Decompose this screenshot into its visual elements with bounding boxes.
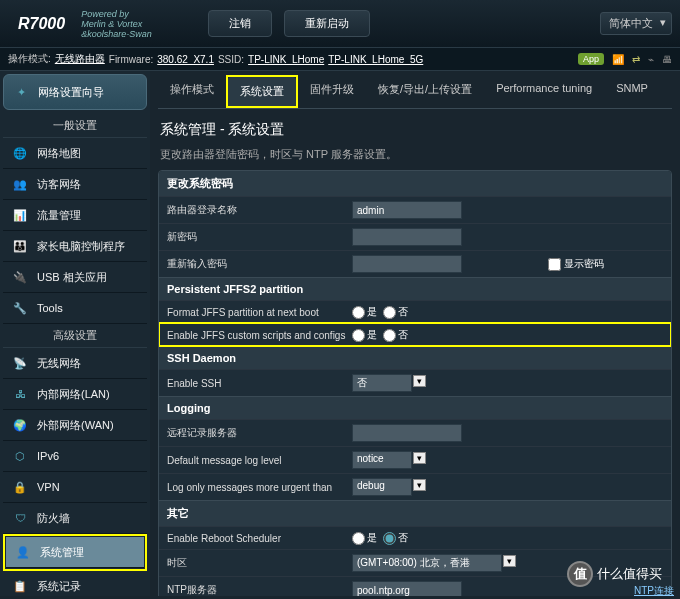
tools-icon: 🔧 (11, 299, 29, 317)
reboot-yes[interactable]: 是 (352, 531, 377, 545)
jffs-enable-no[interactable]: 否 (383, 328, 408, 342)
sidebar-item-label: 防火墙 (37, 511, 70, 526)
newpassword-input[interactable] (352, 228, 462, 246)
sidebar-item-vpn[interactable]: 🔒VPN (3, 472, 147, 503)
sidebar-item-label: VPN (37, 481, 60, 493)
sidebar-item-label: 系统记录 (37, 579, 81, 594)
showpw-checkbox[interactable]: 显示密码 (548, 257, 604, 271)
sidebar-item-label: Tools (37, 302, 63, 314)
log-urgent-label: Log only messages more urgent than (167, 482, 352, 493)
jffs-enable-yes[interactable]: 是 (352, 328, 377, 342)
wifi-icon[interactable]: 📶 (612, 54, 624, 65)
signal-icon[interactable]: ⇄ (632, 54, 640, 65)
retype-label: 重新输入密码 (167, 257, 352, 271)
sidebar-item-label: 流量管理 (37, 208, 81, 223)
sidebar-item-label: 网络地图 (37, 146, 81, 161)
tab-firmware[interactable]: 固件升级 (298, 75, 366, 108)
ntp-input[interactable] (352, 581, 462, 596)
sidebar-item-lan[interactable]: 🖧内部网络(LAN) (3, 379, 147, 410)
fw-value[interactable]: 380.62_X7.1 (157, 54, 214, 65)
showpw-label: 显示密码 (564, 257, 604, 271)
reboot-no[interactable]: 否 (383, 531, 408, 545)
sidebar-highlight: 👤系统管理 (3, 534, 147, 571)
sidebar-wizard[interactable]: ✦ 网络设置向导 (3, 74, 147, 110)
sidebar-item-admin[interactable]: 👤系统管理 (6, 537, 144, 568)
mode-value[interactable]: 无线路由器 (55, 52, 105, 66)
log-remote-input[interactable] (352, 424, 462, 442)
settings-panel: 更改系统密码 路由器登录名称 新密码 重新输入密码 显示密码 Persisten… (158, 170, 672, 596)
app-badge[interactable]: App (578, 53, 604, 65)
sidebar-section-advanced: 高级设置 (3, 324, 147, 348)
sidebar-item-label: USB 相关应用 (37, 270, 107, 285)
page-title: 系统管理 - 系统设置 (158, 117, 672, 147)
row-username: 路由器登录名称 (159, 196, 671, 223)
sidebar-item-wireless[interactable]: 📡无线网络 (3, 348, 147, 379)
ssh-select[interactable]: 否 (352, 374, 412, 392)
tabs: 操作模式 系统设置 固件升级 恢复/导出/上传设置 Performance tu… (158, 75, 672, 109)
sidebar-item-ipv6[interactable]: ⬡IPv6 (3, 441, 147, 472)
sidebar-item-firewall[interactable]: 🛡防火墙 (3, 503, 147, 534)
usb-app-icon: 🔌 (11, 268, 29, 286)
sidebar-item-label: 访客网络 (37, 177, 81, 192)
header-bar: R7000 Powered by Merlin & Vortex &koolsh… (0, 0, 680, 48)
group-password-header: 更改系统密码 (159, 171, 671, 196)
reboot-button[interactable]: 重新启动 (284, 10, 370, 37)
ssid-2[interactable]: TP-LINK_LHome_5G (328, 54, 423, 65)
sidebar-item-guest[interactable]: 👥访客网络 (3, 169, 147, 200)
jffs-format-yes[interactable]: 是 (352, 305, 377, 319)
tab-opmode[interactable]: 操作模式 (158, 75, 226, 108)
sidebar-item-label: 外部网络(WAN) (37, 418, 114, 433)
ntp-link[interactable]: NTP连接 (634, 584, 674, 598)
group-other-header: 其它 (159, 500, 671, 526)
printer-icon[interactable]: 🖶 (662, 54, 672, 65)
tab-snmp[interactable]: SNMP (604, 75, 660, 108)
powered-by: Powered by Merlin & Vortex &koolshare-Sw… (81, 9, 152, 39)
tab-perf[interactable]: Performance tuning (484, 75, 604, 108)
timezone-label: 时区 (167, 556, 352, 570)
vpn-icon: 🔒 (11, 478, 29, 496)
info-bar: 操作模式: 无线路由器 Firmware: 380.62_X7.1 SSID: … (0, 48, 680, 71)
sidebar-section-general: 一般设置 (3, 114, 147, 138)
tab-highlight: 系统设置 (226, 75, 298, 108)
group-ssh-header: SSH Daemon (159, 346, 671, 369)
parental-icon: 👪 (11, 237, 29, 255)
sidebar-item-parental[interactable]: 👪家长电脑控制程序 (3, 231, 147, 262)
log-remote-label: 远程记录服务器 (167, 426, 352, 440)
sidebar-item-usb[interactable]: 🔌USB 相关应用 (3, 262, 147, 293)
reboot-label: Enable Reboot Scheduler (167, 533, 352, 544)
map-icon: 🌐 (11, 144, 29, 162)
log-icon: 📋 (11, 577, 29, 595)
timezone-select[interactable]: (GMT+08:00) 北京，香港 (352, 554, 502, 572)
username-input[interactable] (352, 201, 462, 219)
ssid-1[interactable]: TP-LINK_LHome (248, 54, 324, 65)
sidebar-wizard-label: 网络设置向导 (38, 85, 104, 100)
traffic-icon: 📊 (11, 206, 29, 224)
group-log-header: Logging (159, 396, 671, 419)
fw-label: Firmware: (109, 54, 153, 65)
tab-system[interactable]: 系统设置 (228, 77, 296, 106)
row-newpassword: 新密码 (159, 223, 671, 250)
logout-button[interactable]: 注销 (208, 10, 272, 37)
mode-label: 操作模式: (8, 52, 51, 66)
ssid-label: SSID: (218, 54, 244, 65)
sidebar-item-wan[interactable]: 🌍外部网络(WAN) (3, 410, 147, 441)
page-desc: 更改路由器登陆密码，时区与 NTP 服务器设置。 (158, 147, 672, 170)
usb-icon[interactable]: ⌁ (648, 54, 654, 65)
row-log-remote: 远程记录服务器 (159, 419, 671, 446)
lan-icon: 🖧 (11, 385, 29, 403)
log-level-select[interactable]: notice (352, 451, 412, 469)
group-jffs-header: Persistent JFFS2 partition (159, 277, 671, 300)
sidebar-item-syslog[interactable]: 📋系统记录 (3, 571, 147, 599)
row-reboot-scheduler: Enable Reboot Scheduler 是 否 (159, 526, 671, 549)
tab-restore[interactable]: 恢复/导出/上传设置 (366, 75, 484, 108)
sidebar-item-tools[interactable]: 🔧Tools (3, 293, 147, 324)
row-timezone: 时区 (GMT+08:00) 北京，香港 (159, 549, 671, 576)
log-urgent-select[interactable]: debug (352, 478, 412, 496)
language-selector[interactable]: 简体中文 (600, 12, 672, 35)
sidebar-item-label: 系统管理 (40, 545, 84, 560)
row-ntp: NTP服务器 (159, 576, 671, 596)
sidebar-item-traffic[interactable]: 📊流量管理 (3, 200, 147, 231)
sidebar-item-netmap[interactable]: 🌐网络地图 (3, 138, 147, 169)
jffs-format-no[interactable]: 否 (383, 305, 408, 319)
retype-input[interactable] (352, 255, 462, 273)
